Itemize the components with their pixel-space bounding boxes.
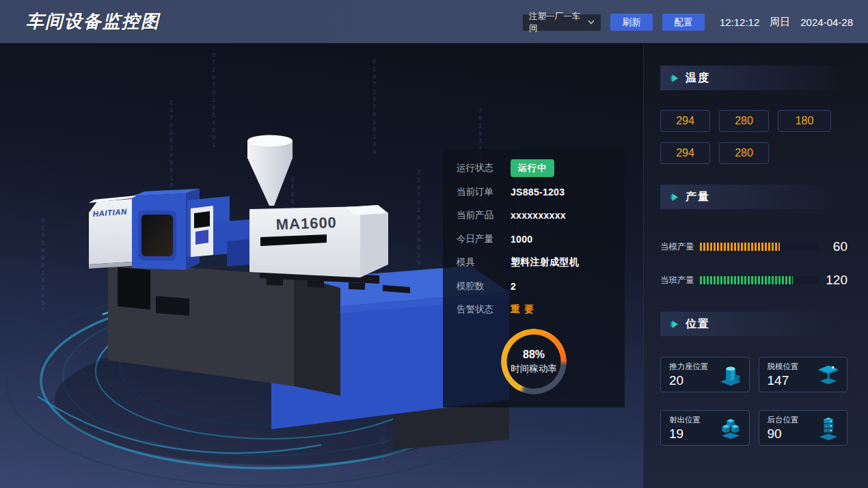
- output-bar-row: 当模产量60: [660, 239, 847, 254]
- bar-track: [700, 276, 819, 284]
- info-row-label: 当前订单: [457, 186, 511, 198]
- temperature-value-box: 280: [719, 142, 769, 164]
- weekday-text: 周日: [770, 16, 790, 29]
- info-row-label: 模具: [457, 256, 511, 269]
- info-row: 告警状态重要: [457, 298, 611, 322]
- temperature-value-box: 280: [719, 110, 769, 132]
- section-title: 位置: [686, 317, 710, 331]
- svg-text:0191490107297: 0191490107297: [41, 217, 44, 314]
- status-badge: 运行中: [511, 159, 554, 177]
- info-row: 模腔数2: [457, 275, 611, 299]
- date-text: 2024-04-28: [800, 16, 853, 28]
- dish-icon: [815, 362, 841, 388]
- section-title: 产量: [686, 190, 710, 204]
- temperature-value-box: 294: [660, 142, 710, 164]
- clock: 12:12:12 周日 2024-04-28: [720, 16, 853, 29]
- temperature-value-box: 180: [778, 110, 831, 132]
- info-row-label: 今日产量: [457, 233, 511, 245]
- section-temperature: 温度 294280180294280: [660, 66, 847, 164]
- position-card-value: 147: [768, 373, 799, 388]
- output-bar-row: 当班产量120: [660, 273, 847, 288]
- position-card-label: 推力座位置: [669, 362, 709, 372]
- machine-model-label: MA1600: [275, 214, 337, 233]
- chevron-right-icon: [670, 74, 679, 83]
- info-row-label: 告警状态: [457, 303, 511, 316]
- info-row-label: 模腔数: [457, 280, 511, 293]
- cylinder-icon: [718, 362, 744, 388]
- position-card-value: 19: [669, 426, 701, 442]
- machine-info-panel: 运行状态运行中当前订单JS885-1203当前产品xxxxxxxxxx今日产量1…: [443, 149, 625, 407]
- info-row: 今日产量1000: [457, 228, 611, 252]
- info-row-label: 运行状态: [457, 162, 511, 174]
- header-bar: 车间设备监控图 注塑一厂一车间 刷新 配置 12:12:12 周日 2024-0…: [0, 0, 868, 44]
- workshop-monitor-app: 车间设备监控图 注塑一厂一车间 刷新 配置 12:12:12 周日 2024-0…: [0, 0, 868, 488]
- chevron-down-icon: [588, 20, 595, 25]
- info-row: 当前订单JS885-1203: [457, 180, 611, 204]
- info-row-value: xxxxxxxxxx: [511, 210, 566, 221]
- position-card: 后台位置90: [759, 410, 848, 446]
- position-card-value: 20: [669, 373, 709, 388]
- sidebar: 温度 294280180294280 产量 当模产量60当班产量120 位置 推…: [643, 44, 868, 488]
- svg-text:7297019149010: 7297019149010: [417, 170, 420, 267]
- gauge-value: 88%: [523, 349, 545, 361]
- info-row-value: 塑料注射成型机: [511, 256, 579, 269]
- position-card-value: 90: [768, 426, 799, 442]
- position-section-header: 位置: [660, 312, 853, 336]
- config-button[interactable]: 配置: [662, 14, 705, 31]
- position-card-label: 射出位置: [669, 415, 701, 425]
- chevron-right-icon: [670, 193, 679, 202]
- info-row: 当前产品xxxxxxxxxx: [457, 204, 611, 228]
- svg-text:0729701914901: 0729701914901: [212, 52, 215, 149]
- bar-fill: [700, 243, 780, 251]
- alarm-status-value: 重要: [511, 303, 538, 316]
- temperature-section-header: 温度: [660, 66, 853, 90]
- temperature-value-box: 294: [660, 110, 710, 132]
- bar-value: 60: [819, 239, 847, 254]
- info-row-label: 当前产品: [457, 209, 511, 221]
- bar-label: 当模产量: [660, 241, 700, 253]
- section-title: 温度: [686, 71, 710, 85]
- utilization-gauge: 88% 时间稼动率: [501, 329, 567, 394]
- bar-value: 120: [819, 273, 847, 288]
- position-card-label: 脱模位置: [768, 362, 799, 372]
- section-output: 产量 当模产量60当班产量120: [660, 185, 847, 288]
- info-row: 模具塑料注射成型机: [457, 251, 611, 275]
- svg-text:0107297019149: 0107297019149: [372, 59, 376, 156]
- position-card: 射出位置19: [660, 410, 750, 446]
- bar-track: [700, 243, 819, 251]
- workshop-select-value: 注塑一厂一车间: [529, 11, 588, 34]
- main-scene: 2970191490107019149010729714901072970190…: [0, 44, 643, 488]
- gauge-label: 时间稼动率: [511, 363, 557, 375]
- position-card-label: 后台位置: [768, 415, 799, 425]
- chevron-right-icon: [670, 320, 679, 329]
- info-row-value: JS885-1203: [511, 187, 565, 198]
- info-row-value: 1000: [511, 234, 532, 245]
- output-section-header: 产量: [660, 185, 853, 209]
- section-position: 位置 推力座位置20脱模位置147射出位置19后台位置90: [660, 312, 847, 446]
- page-title: 车间设备监控图: [26, 10, 160, 33]
- server-icon: [815, 415, 841, 441]
- svg-text:2970191490107: 2970191490107: [169, 100, 173, 197]
- workshop-select[interactable]: 注塑一厂一车间: [523, 14, 601, 31]
- position-card: 脱模位置147: [759, 357, 848, 392]
- cubes-icon: [718, 415, 744, 441]
- refresh-button[interactable]: 刷新: [610, 14, 653, 31]
- info-row: 运行状态运行中: [457, 157, 611, 180]
- bar-fill: [700, 276, 793, 284]
- info-row-value: 2: [511, 281, 516, 292]
- bar-label: 当班产量: [660, 275, 700, 286]
- time-text: 12:12:12: [720, 16, 759, 28]
- position-card: 推力座位置20: [660, 357, 750, 392]
